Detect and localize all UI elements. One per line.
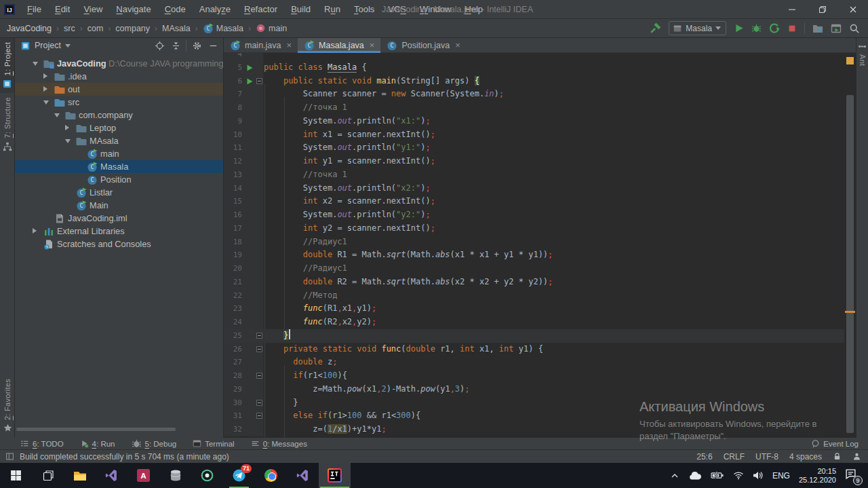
tree-item-out[interactable]: out: [15, 83, 223, 96]
tree-item-external-libraries[interactable]: External Libraries: [15, 225, 223, 238]
taskbar-app-telegram[interactable]: 71: [223, 463, 255, 488]
notification-button[interactable]: 9: [845, 468, 860, 483]
event-log-button[interactable]: Event Log: [811, 439, 859, 448]
tree-item-javacoding[interactable]: JavaCoding D:\Course JAVA programming\Ja…: [15, 57, 223, 70]
code-line-31[interactable]: 31 else if(r1>100 && r1<300){: [224, 409, 844, 423]
fold-marker-icon[interactable]: [256, 373, 262, 379]
tree-item-leptop[interactable]: Leptop: [15, 121, 223, 134]
menu-file[interactable]: File: [20, 0, 48, 18]
code-line-20[interactable]: 20 //Радиус1: [224, 262, 844, 276]
code-line-23[interactable]: 23 func(R1,x1,y1);: [224, 302, 844, 316]
toolwindow-button-terminal[interactable]: Terminal: [193, 438, 234, 449]
code-line-14[interactable]: 14 System.out.println("x2:");: [224, 182, 844, 195]
line-separator[interactable]: CRLF: [724, 452, 745, 462]
code-line-30[interactable]: 30 }: [224, 396, 844, 410]
fold-marker-icon[interactable]: [256, 333, 262, 339]
reader-mode-icon[interactable]: [852, 452, 861, 461]
breadcrumb-item[interactable]: JavaCoding: [7, 24, 52, 33]
code-line-19[interactable]: 19 double R1 = Math.sqrt(Math.abs(x1 * x…: [224, 248, 844, 262]
tree-item-masala[interactable]: CMasala: [15, 160, 223, 173]
tree-item-scratches-and-consoles[interactable]: Scratches and Consoles: [15, 238, 223, 250]
tree-item-javacoding-iml[interactable]: JavaCoding.iml: [15, 212, 223, 225]
dock-tab-ant[interactable]: Ant: [856, 38, 868, 70]
code-line-27[interactable]: 27 double z;: [224, 356, 844, 369]
tab-position-java[interactable]: CPosition.java×: [380, 38, 466, 52]
tree-collapse-arrow-icon[interactable]: [33, 228, 37, 233]
indent-setting[interactable]: 4 spaces: [789, 452, 822, 462]
code-line-25[interactable]: 25 }: [224, 329, 844, 343]
onedrive-cloud-icon[interactable]: [688, 471, 702, 480]
code-line-22[interactable]: 22 //Метод: [224, 289, 844, 303]
code-line-11[interactable]: 11 System.out.println("y1:");: [224, 141, 844, 155]
toolwindow-button-todo[interactable]: 6: TODO: [20, 438, 64, 449]
dock-tab-project[interactable]: 1: Project: [0, 38, 14, 93]
menu-refactor[interactable]: Refactor: [237, 0, 284, 18]
toolwindow-switcher-icon[interactable]: [5, 452, 14, 461]
language-indicator[interactable]: ENG: [772, 471, 790, 481]
status-message[interactable]: Build completed successfully in 5 s 704 …: [20, 452, 229, 462]
breadcrumb-item[interactable]: company: [115, 24, 150, 33]
fold-marker-icon[interactable]: [256, 346, 262, 352]
tree-expand-arrow-icon[interactable]: [65, 139, 71, 143]
tab-masala-java[interactable]: CMasala.java×: [298, 38, 380, 52]
tab-close-icon[interactable]: ×: [287, 40, 292, 50]
code-line-16[interactable]: 16 System.out.println("y2:");: [224, 208, 844, 222]
collapse-all-icon[interactable]: [170, 39, 182, 52]
code-line-18[interactable]: 18 //Радиус1: [224, 236, 844, 249]
tree-item-listlar[interactable]: CListlar: [15, 186, 223, 199]
volume-icon[interactable]: [753, 471, 764, 480]
taskbar-app-database[interactable]: [159, 463, 191, 488]
project-panel-title[interactable]: Project: [35, 41, 61, 50]
tree-expand-arrow-icon[interactable]: [33, 62, 38, 66]
breadcrumb-item[interactable]: CMasala: [203, 23, 243, 34]
menu-edit[interactable]: Edit: [48, 0, 77, 18]
file-encoding[interactable]: UTF-8: [755, 452, 778, 462]
maximize-button[interactable]: [807, 0, 837, 19]
menu-analyze[interactable]: Analyze: [193, 0, 237, 18]
toolwindow-button-run[interactable]: 4: Run: [80, 438, 115, 449]
chevron-down-icon[interactable]: [65, 44, 71, 48]
hide-panel-icon[interactable]: [207, 39, 219, 52]
code-line-28[interactable]: 28 if(r1<100){: [224, 369, 844, 383]
locate-target-icon[interactable]: [153, 39, 165, 52]
code-line-6[interactable]: 6 public static void main(String[] args)…: [224, 75, 844, 88]
toolwindow-button-debug[interactable]: 5: Debug: [132, 438, 177, 449]
clock[interactable]: 20:15 25.12.2020: [799, 467, 836, 485]
menu-view[interactable]: View: [77, 0, 109, 18]
fold-marker-icon[interactable]: [256, 413, 262, 419]
stop-button[interactable]: [787, 24, 797, 33]
tree-expand-arrow-icon[interactable]: [54, 113, 60, 117]
code-line-7[interactable]: 7 Scanner scanner = new Scanner(System.i…: [224, 88, 844, 101]
taskbar-app-visual-studio-2[interactable]: [287, 463, 319, 488]
wifi-icon[interactable]: [733, 471, 744, 480]
close-button[interactable]: [837, 0, 868, 19]
code-line-21[interactable]: 21 double R2 = Math.sqrt(Math.abs(x2 * x…: [224, 276, 844, 289]
menu-navigate[interactable]: Navigate: [109, 0, 157, 18]
project-structure-icon[interactable]: [812, 23, 823, 34]
tree-item--idea[interactable]: .idea: [15, 70, 223, 83]
tree-item-src[interactable]: src: [15, 96, 223, 109]
taskbar-app-chrome[interactable]: [255, 463, 287, 488]
tree-item-masala[interactable]: MAsala: [15, 134, 223, 147]
tab-close-icon[interactable]: ×: [455, 40, 460, 50]
vertical-scrollbar[interactable]: [846, 95, 854, 433]
inspections-status-icon[interactable]: [846, 57, 854, 64]
search-icon[interactable]: [849, 23, 860, 34]
taskbar-app-intellij-idea[interactable]: [319, 463, 351, 488]
code-line-9[interactable]: 9 System.out.println("x1:");: [224, 115, 844, 128]
breadcrumb-item[interactable]: mmain: [256, 23, 287, 33]
tree-collapse-arrow-icon[interactable]: [43, 86, 47, 92]
tree-item-com-company[interactable]: com.company: [15, 109, 223, 121]
code-line-32[interactable]: 32 z=(1/x1)+y1*y1;: [224, 423, 844, 436]
code-line-15[interactable]: 15 int x2 = scanner.nextInt();: [224, 195, 844, 208]
breadcrumb-item[interactable]: MAsala: [162, 24, 191, 33]
tree-item-main[interactable]: Cmain: [15, 147, 223, 160]
tree-expand-arrow-icon[interactable]: [43, 100, 49, 105]
tab-close-icon[interactable]: ×: [370, 40, 375, 50]
toolwindow-button-messages[interactable]: 0: Messages: [251, 438, 307, 449]
code-line-8[interactable]: 8 //точка 1: [224, 101, 844, 115]
dock-tab-favorites[interactable]: 2: Favorites: [0, 375, 15, 436]
code-line-26[interactable]: 26 private static void func(double r1, i…: [224, 343, 844, 356]
code-line-13[interactable]: 13 //точка 1: [224, 168, 844, 182]
tree-item-main[interactable]: CMain: [15, 199, 223, 212]
